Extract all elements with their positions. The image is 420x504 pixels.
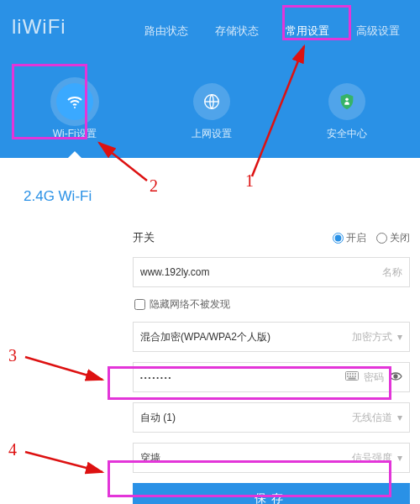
svg-line-16 — [99, 143, 147, 181]
annotation-arrow-1 — [0, 0, 420, 504]
svg-line-15 — [252, 46, 304, 176]
svg-line-18 — [25, 452, 102, 472]
svg-line-17 — [25, 357, 102, 380]
